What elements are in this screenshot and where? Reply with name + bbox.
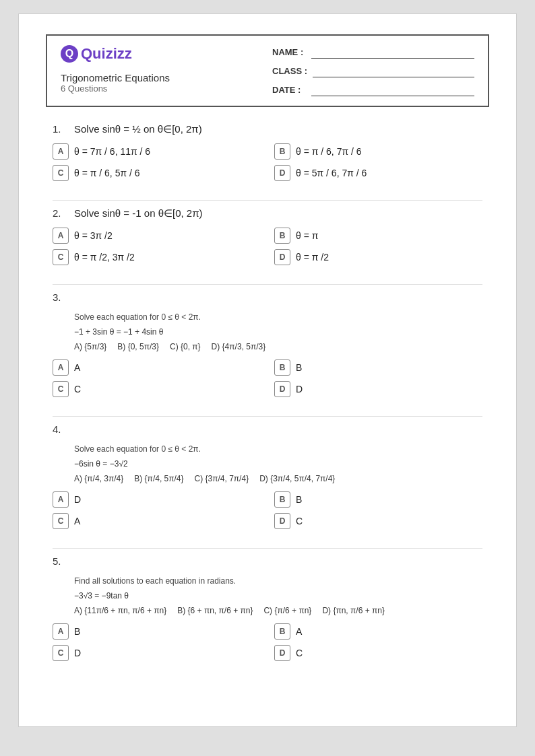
question-1-choices: Aθ = 7π / 6, 11π / 6Bθ = π / 6, 7π / 6Cθ… [53, 143, 482, 181]
choice-box-D: D [274, 165, 290, 181]
quiz-subtitle: 6 Questions [61, 83, 170, 94]
quiz-title: Trigonometric Equations [61, 72, 170, 83]
question-3-equation: −1 + 3sin θ = −1 + 4sin θ [74, 326, 482, 338]
logo-q-icon: Q [61, 45, 78, 63]
choice-box-C: C [53, 165, 69, 181]
logo: Q Quizizz [61, 45, 170, 63]
question-5-choice-D[interactable]: DC [274, 645, 482, 661]
question-5-choice-B[interactable]: BA [274, 623, 482, 640]
question-5: 5.Find all solutions to each equation in… [53, 555, 482, 661]
choice-box-C: C [53, 249, 69, 265]
question-2-number: 2. [53, 207, 66, 219]
question-3-image-title: Solve each equation for 0 ≤ θ < 2π. [74, 311, 482, 323]
name-field-row: NAME : [272, 45, 474, 59]
question-3-eq-opt-1: A) {5π/3} [74, 341, 106, 353]
question-3-eq-options: A) {5π/3}B) {0, 5π/3}C) {0, π}D) {4π/3, … [74, 341, 482, 353]
divider-3 [53, 416, 482, 417]
question-1-text: Solve sinθ = ½ on θ∈[0, 2π) [74, 123, 202, 135]
question-2-text: Solve sinθ = -1 on θ∈[0, 2π) [74, 207, 203, 219]
question-3-choice-D[interactable]: DD [274, 381, 482, 397]
question-2-choices: Aθ = 3π /2Bθ = πCθ = π /2, 3π /2Dθ = π /… [53, 228, 482, 265]
question-5-number: 5. [53, 555, 66, 567]
header-right: NAME : CLASS : DATE : [272, 45, 474, 96]
choice-text-D: θ = π /2 [296, 252, 329, 263]
choice-box-D: D [274, 381, 290, 397]
question-4-image-area: Solve each equation for 0 ≤ θ < 2π.−6sin… [74, 443, 482, 485]
class-label: CLASS : [272, 66, 307, 76]
choice-box-D: D [274, 645, 290, 661]
choice-text-D: θ = 5π / 6, 7π / 6 [296, 168, 367, 178]
choice-text-D: D [296, 384, 303, 394]
question-4-eq-opt-4: D) {3π/4, 5π/4, 7π/4} [259, 473, 335, 485]
header: Q Quizizz Trigonometric Equations 6 Ques… [46, 34, 489, 107]
question-4-choice-D[interactable]: DC [274, 513, 482, 529]
question-4-number: 4. [53, 423, 66, 435]
choice-box-A: A [53, 491, 69, 508]
question-5-choices: ABBACDDC [53, 623, 482, 661]
question-4-row: 4. [53, 423, 482, 435]
question-1: 1.Solve sinθ = ½ on θ∈[0, 2π)Aθ = 7π / 6… [53, 123, 482, 181]
question-1-choice-A[interactable]: Aθ = 7π / 6, 11π / 6 [53, 143, 261, 160]
choice-box-A: A [53, 359, 69, 376]
choice-box-B: B [274, 228, 290, 244]
question-4-image-title: Solve each equation for 0 ≤ θ < 2π. [74, 443, 482, 455]
choice-box-B: B [274, 491, 290, 508]
choice-box-A: A [53, 143, 69, 160]
logo-text: Quizizz [81, 45, 132, 63]
class-input-line[interactable] [313, 64, 474, 77]
question-4-choice-C[interactable]: CA [53, 513, 261, 529]
question-5-image-area: Find all solutions to each equation in r… [74, 575, 482, 617]
choice-box-D: D [274, 513, 290, 529]
question-3-choice-B[interactable]: BB [274, 359, 482, 376]
question-5-row: 5. [53, 555, 482, 567]
question-3-choice-C[interactable]: CC [53, 381, 261, 397]
question-3: 3.Solve each equation for 0 ≤ θ < 2π.−1 … [53, 291, 482, 397]
question-4-equation: −6sin θ = −3√2 [74, 458, 482, 470]
choice-text-A: θ = 3π /2 [74, 230, 113, 241]
question-5-choice-A[interactable]: AB [53, 623, 261, 640]
header-left: Q Quizizz Trigonometric Equations 6 Ques… [61, 45, 170, 94]
question-4-eq-opt-1: A) {π/4, 3π/4} [74, 473, 123, 485]
question-3-choices: AABBCCDD [53, 359, 482, 397]
divider-2 [53, 284, 482, 285]
question-2-choice-D[interactable]: Dθ = π /2 [274, 249, 482, 265]
choice-text-A: B [74, 626, 80, 637]
question-1-choice-C[interactable]: Cθ = π / 6, 5π / 6 [53, 165, 261, 181]
divider-1 [53, 200, 482, 201]
choice-text-C: A [74, 516, 80, 526]
question-4-choice-A[interactable]: AD [53, 491, 261, 508]
question-3-eq-opt-3: C) {0, π} [170, 341, 201, 353]
question-2-choice-A[interactable]: Aθ = 3π /2 [53, 228, 261, 244]
choice-text-C: θ = π / 6, 5π / 6 [74, 168, 140, 178]
choice-text-B: θ = π / 6, 7π / 6 [296, 146, 362, 157]
choice-box-A: A [53, 623, 69, 640]
name-input-line[interactable] [311, 45, 474, 59]
page: Q Quizizz Trigonometric Equations 6 Ques… [18, 13, 517, 727]
question-2-choice-B[interactable]: Bθ = π [274, 228, 482, 244]
question-4: 4.Solve each equation for 0 ≤ θ < 2π.−6s… [53, 423, 482, 529]
question-4-eq-opt-2: B) {π/4, 5π/4} [134, 473, 183, 485]
question-3-eq-opt-4: D) {4π/3, 5π/3} [212, 341, 266, 353]
choice-box-D: D [274, 249, 290, 265]
choice-text-A: D [74, 494, 81, 505]
choice-text-C: θ = π /2, 3π /2 [74, 252, 135, 263]
question-5-eq-opt-1: A) {11π/6 + πn, π/6 + πn} [74, 605, 166, 617]
choice-text-B: B [296, 362, 302, 373]
question-2: 2.Solve sinθ = -1 on θ∈[0, 2π)Aθ = 3π /2… [53, 207, 482, 265]
question-4-choices: ADBBCADC [53, 491, 482, 529]
class-field-row: CLASS : [272, 64, 474, 77]
choice-text-B: θ = π [296, 230, 318, 241]
question-5-image-title: Find all solutions to each equation in r… [74, 575, 482, 587]
question-1-choice-D[interactable]: Dθ = 5π / 6, 7π / 6 [274, 165, 482, 181]
choice-box-B: B [274, 623, 290, 640]
question-3-choice-A[interactable]: AA [53, 359, 261, 376]
choice-box-A: A [53, 228, 69, 244]
date-label: DATE : [272, 85, 306, 95]
questions-area: 1.Solve sinθ = ½ on θ∈[0, 2π)Aθ = 7π / 6… [46, 123, 489, 661]
question-1-choice-B[interactable]: Bθ = π / 6, 7π / 6 [274, 143, 482, 160]
date-input-line[interactable] [311, 83, 474, 96]
question-5-choice-C[interactable]: CD [53, 645, 261, 661]
question-2-choice-C[interactable]: Cθ = π /2, 3π /2 [53, 249, 261, 265]
question-4-choice-B[interactable]: BB [274, 491, 482, 508]
choice-text-B: A [296, 626, 302, 637]
